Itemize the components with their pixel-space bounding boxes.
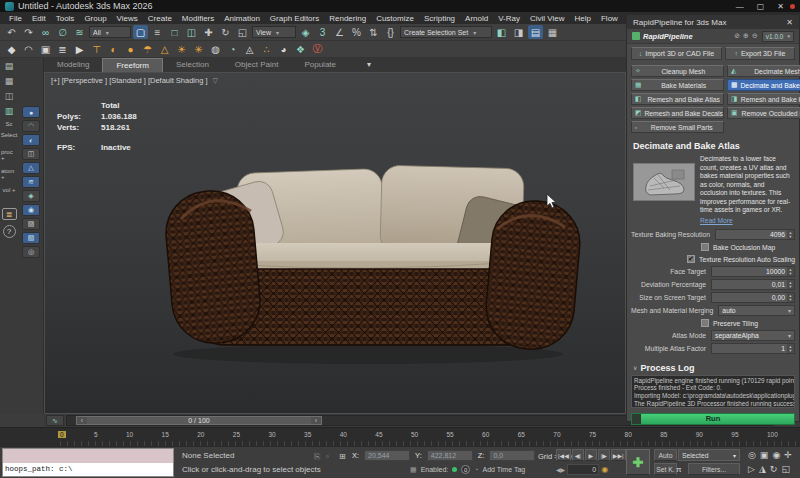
bake-occlusion-checkbox[interactable] [701, 243, 709, 251]
previous-frame-arrow[interactable]: ‹ [77, 417, 87, 424]
menu-item[interactable]: Animation [219, 14, 265, 23]
menu-item[interactable]: Modifiers [177, 14, 219, 23]
perspective-viewport[interactable]: [+] [Perspective ] [Standard ] [Default … [44, 72, 626, 414]
pie-utility-icon[interactable]: ◔ [225, 42, 240, 56]
select-object-icon[interactable]: ▢ [133, 25, 148, 39]
frame-nudge-arrows[interactable]: ◀▶ [556, 466, 565, 473]
populate-people-icon[interactable]: ∴ [259, 42, 274, 56]
spinner-arrows-icon[interactable]: ▴▾ [787, 293, 794, 302]
walkthrough-icon[interactable]: ◮ [759, 464, 766, 474]
display-cell-icon[interactable]: ◎ [22, 246, 40, 258]
preserve-tiling-checkbox[interactable] [701, 319, 709, 327]
spinner-arrows-icon[interactable]: ▴▾ [787, 280, 794, 289]
export-3d-button[interactable]: ↑ Export 3D File [725, 47, 795, 60]
minimize-button[interactable]: — [736, 2, 744, 11]
paint-deform-icon[interactable]: ▥ [5, 106, 14, 116]
zoom-icon[interactable]: ◎ [748, 450, 756, 460]
scene-explorer-toggle-icon[interactable]: ▤ [528, 25, 543, 39]
go-to-end-button[interactable]: ▶▶| [611, 449, 626, 461]
time-slider-handle[interactable]: ‹ 0 / 100 › [76, 416, 322, 425]
default-tangent-icon[interactable]: π [676, 465, 682, 474]
add-keys-button[interactable]: ✚ [626, 449, 650, 475]
filters-button[interactable]: Filters... [688, 463, 740, 475]
modifier-cell-icon[interactable]: ◉ [22, 204, 40, 216]
spinner-snap-icon[interactable]: ⇅ [366, 25, 381, 39]
menu-item[interactable]: Help [570, 14, 596, 23]
unlink-icon[interactable]: ∅ [55, 25, 70, 39]
panel-header[interactable]: RapidPipeline for 3ds Max ✕ [627, 15, 799, 29]
zoom-region-icon[interactable]: ◉ [772, 450, 780, 460]
select-by-name-icon[interactable]: ≡ [150, 25, 165, 39]
shapes-icon[interactable]: ❖ [293, 42, 308, 56]
geosphere-icon[interactable]: ◍ [208, 42, 223, 56]
size-on-screen-spinner[interactable]: 0,00 ▴▾ [711, 292, 795, 303]
redo-icon[interactable]: ↷ [21, 25, 36, 39]
percent-snap-icon[interactable]: % [349, 25, 364, 39]
named-selection-icon[interactable]: {} [383, 25, 398, 39]
cameras-cell-icon[interactable]: ◫ [22, 148, 40, 160]
run-button[interactable]: Run [631, 413, 795, 425]
atom-label[interactable]: atom + [1, 168, 17, 180]
rotate-icon[interactable]: ↻ [218, 25, 233, 39]
x-coordinate-field[interactable]: 20,544 [364, 450, 410, 461]
read-more-link[interactable]: Read More [700, 217, 733, 226]
deviation-percentage-spinner[interactable]: 0,01 ▴▾ [711, 279, 795, 290]
menu-item[interactable]: Edit [27, 14, 51, 23]
motion-cell-icon[interactable]: ▧ [22, 232, 40, 244]
cleanup-mesh-button[interactable]: ✧Cleanup Mesh [631, 65, 724, 77]
undo-icon[interactable]: ↶ [4, 25, 19, 39]
align-icon[interactable]: ◨ [511, 25, 526, 39]
decimate-and-bake-atlas-button[interactable]: ▩Decimate and Bake Atlas [727, 79, 800, 91]
container-icon[interactable]: ◫ [5, 91, 14, 101]
spinner-arrows-icon[interactable]: ▴▾ [787, 344, 794, 353]
spinner-arrows-icon[interactable]: ▴▾ [787, 230, 794, 239]
multiple-atlas-factor-spinner[interactable]: 1 ▴▾ [711, 343, 795, 354]
z-coordinate-field[interactable]: 0,0 [489, 450, 535, 461]
material-editor-icon[interactable]: ◕ [276, 42, 291, 56]
render-teapot-icon[interactable]: ◆ [4, 42, 19, 56]
auto-key-button[interactable]: Auto [654, 449, 677, 461]
isolate-selection-icon[interactable]: ⎘ [314, 452, 320, 462]
mirror-icon[interactable]: ◧ [494, 25, 509, 39]
mini-curve-editor-button[interactable]: ∿ [46, 415, 64, 426]
pivot-center-icon[interactable]: ◈ [298, 25, 313, 39]
menu-item[interactable]: Scripting [419, 14, 460, 23]
sofa-3d-model[interactable] [163, 157, 583, 367]
sun-light-icon[interactable]: ☀ [174, 42, 189, 56]
panel-tool-icon[interactable]: ⊘ [734, 32, 740, 40]
import-3d-button[interactable]: ↓ Import 3D or CAD File [631, 47, 722, 60]
viewport-label[interactable]: [+] [Perspective ] [Standard ] [Default … [51, 76, 218, 85]
tab-freeform[interactable]: Freeform [102, 58, 162, 72]
systems-cell-icon[interactable]: ◈ [22, 190, 40, 202]
texture-baking-resolution-spinner[interactable]: 4096 ▴▾ [715, 229, 795, 240]
bake-materials-button[interactable]: ▦Bake Materials [631, 79, 724, 91]
pan-icon[interactable]: ✛ [784, 450, 792, 460]
lights-cell-icon[interactable]: ◐ [22, 134, 40, 146]
selection-filter-dropdown[interactable]: All▾ [89, 26, 131, 38]
layer-explorer-toggle-icon[interactable]: ▦ [545, 25, 560, 39]
anim-layers-icon[interactable]: ▦ [410, 466, 417, 474]
menu-item[interactable]: Arnold [460, 14, 493, 23]
remesh-bake-decals-button[interactable]: ◩Remesh and Bake Decals [631, 107, 724, 119]
next-frame-button[interactable]: |▶ [598, 449, 610, 461]
umbrella-light-icon[interactable]: ☂ [140, 42, 155, 56]
spacewarps-cell-icon[interactable]: ≋ [22, 176, 40, 188]
maximize-viewport-icon[interactable]: ◱ [781, 464, 790, 474]
face-target-spinner[interactable]: 10000 ▴▾ [711, 266, 795, 277]
helpers-cell-icon[interactable]: △ [22, 162, 40, 174]
panel-tool-icon[interactable]: ⊖ [752, 32, 758, 40]
angle-snap-icon[interactable]: ∠ [332, 25, 347, 39]
orbit-icon[interactable]: ↻ [770, 464, 778, 474]
zoom-extents-icon[interactable]: ▣ [760, 450, 769, 460]
spinner-arrows-icon[interactable]: ▴▾ [787, 267, 794, 276]
pyramid-icon[interactable]: ◬ [242, 42, 257, 56]
bind-spacewarp-icon[interactable]: ≋ [72, 25, 87, 39]
menu-item[interactable]: V-Ray [493, 14, 525, 23]
go-to-start-button[interactable]: |◀◀ [556, 449, 571, 461]
process-log-output[interactable]: RapidPipeline engine finished running (1… [631, 375, 795, 408]
menu-item[interactable]: Customize [371, 14, 419, 23]
menu-item[interactable]: Tools [51, 14, 80, 23]
decimate-mesh-button[interactable]: ◭Decimate Mesh [727, 65, 800, 77]
move-icon[interactable]: ✚ [201, 25, 216, 39]
menu-item[interactable]: Graph Editors [265, 14, 324, 23]
